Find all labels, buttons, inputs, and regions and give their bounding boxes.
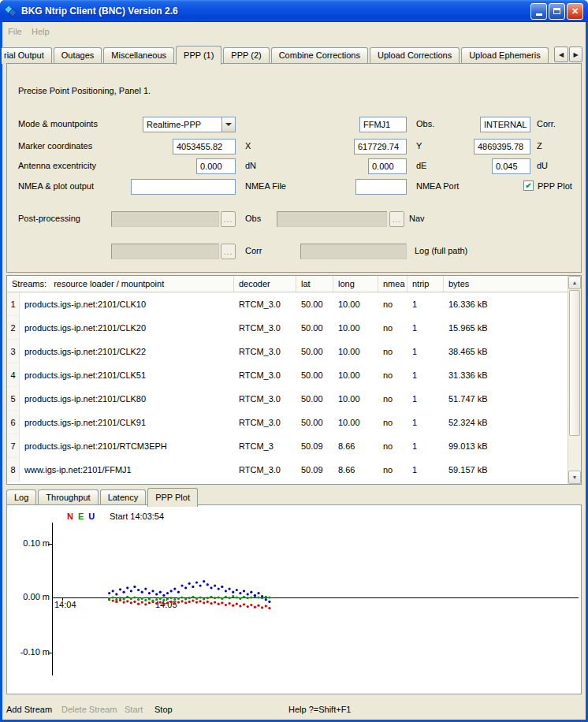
check-icon: ✔ bbox=[525, 182, 531, 190]
arrow-down-icon: ▼ bbox=[572, 475, 578, 480]
marker-y-field[interactable]: 617729.74 bbox=[354, 139, 407, 154]
table-row[interactable]: 4 products.igs-ip.net:2101/CLK51 RTCM_3.… bbox=[7, 363, 568, 387]
cell-long: 10.00 bbox=[333, 300, 378, 309]
cell-lat: 50.09 bbox=[296, 441, 333, 451]
post-nav-field bbox=[277, 211, 387, 227]
tab-scroll-left-button[interactable]: ◀ bbox=[554, 47, 568, 62]
tab-outages[interactable]: Outages bbox=[54, 47, 102, 64]
corr-mountpoint-field[interactable]: INTERNAL bbox=[480, 117, 530, 132]
cell-lat: 50.00 bbox=[296, 370, 333, 380]
cell-ntrip: 1 bbox=[408, 347, 444, 356]
menu-help[interactable]: Help bbox=[32, 27, 50, 36]
cell-bytes: 31.336 kB bbox=[444, 370, 568, 380]
header-lat[interactable]: lat bbox=[296, 276, 333, 292]
maximize-button[interactable] bbox=[549, 3, 565, 20]
minimize-icon bbox=[536, 13, 542, 16]
tab-serial-output[interactable]: rial Output bbox=[2, 47, 52, 64]
cell-long: 10.00 bbox=[333, 323, 378, 333]
menu-file[interactable]: File bbox=[8, 27, 22, 36]
cell-decoder: RTCM_3.0 bbox=[234, 394, 296, 404]
header-nmea[interactable]: nmea bbox=[378, 276, 408, 292]
close-button[interactable]: ✕ bbox=[567, 3, 583, 20]
de-field[interactable]: 0.000 bbox=[368, 158, 407, 174]
cell-ntrip: 1 bbox=[408, 370, 444, 380]
post-nav-browse-button: ... bbox=[389, 211, 404, 227]
cell-long: 10.00 bbox=[333, 418, 378, 427]
row-number: 1 bbox=[7, 292, 20, 316]
cell-lat: 50.00 bbox=[296, 347, 333, 356]
table-row[interactable]: 6 products.igs-ip.net:2101/CLK91 RTCM_3.… bbox=[7, 411, 568, 434]
header-long[interactable]: long bbox=[333, 276, 378, 292]
cell-ntrip: 1 bbox=[408, 418, 444, 427]
tab-miscellaneous[interactable]: Miscellaneous bbox=[103, 47, 174, 64]
obs-file-label: Obs bbox=[245, 214, 261, 223]
scroll-up-button[interactable]: ▲ bbox=[568, 276, 581, 289]
nmea-port-field[interactable] bbox=[355, 179, 407, 195]
cell-mountpoint: products.igs-ip.net:2101/CLK10 bbox=[20, 300, 234, 309]
scroll-down-button[interactable]: ▼ bbox=[568, 471, 581, 484]
table-row[interactable]: 3 products.igs-ip.net:2101/CLK22 RTCM_3.… bbox=[7, 340, 568, 363]
stop-button[interactable]: Stop bbox=[154, 705, 173, 714]
nmea-file-field[interactable] bbox=[131, 179, 236, 195]
row-number: 4 bbox=[7, 363, 20, 387]
arrow-up-icon: ▲ bbox=[572, 280, 578, 285]
cell-nmea: no bbox=[378, 300, 408, 309]
tab-ppp-plot[interactable]: PPP Plot bbox=[147, 488, 198, 507]
marker-x-field[interactable]: 4053455.82 bbox=[173, 139, 236, 154]
cell-bytes: 99.013 kB bbox=[444, 441, 568, 451]
header-bytes[interactable]: bytes bbox=[444, 276, 568, 292]
table-row[interactable]: 5 products.igs-ip.net:2101/CLK80 RTCM_3.… bbox=[7, 387, 568, 411]
tab-latency[interactable]: Latency bbox=[100, 489, 147, 506]
cell-long: 10.00 bbox=[333, 370, 378, 380]
dn-field[interactable]: 0.000 bbox=[196, 158, 236, 174]
log-full-path-label: Log (full path) bbox=[415, 246, 467, 255]
scrollbar-thumb[interactable] bbox=[569, 290, 580, 436]
ppp-plot-checkbox[interactable]: ✔ bbox=[523, 180, 534, 191]
ppp-plot-panel: N E U Start 14:03:54 0.10 m 0.00 m -0.10… bbox=[6, 504, 582, 694]
obs-label: Obs. bbox=[416, 119, 434, 128]
du-field[interactable]: 0.045 bbox=[492, 158, 530, 174]
cell-mountpoint: products.igs-ip.net:2101/CLK51 bbox=[20, 370, 234, 380]
header-ntrip[interactable]: ntrip bbox=[408, 276, 444, 292]
table-row[interactable]: 1 products.igs-ip.net:2101/CLK10 RTCM_3.… bbox=[7, 292, 568, 316]
header-mountpoint[interactable]: Streams: resource loader / mountpoint bbox=[7, 276, 234, 292]
x-label: X bbox=[245, 141, 251, 151]
cell-lat: 50.00 bbox=[296, 323, 333, 333]
marker-z-field[interactable]: 4869395.78 bbox=[474, 139, 530, 154]
close-icon: ✕ bbox=[571, 6, 579, 17]
cell-bytes: 51.747 kB bbox=[444, 394, 568, 404]
tab-throughput[interactable]: Throughput bbox=[38, 489, 98, 506]
bottom-tab-bar: Log Throughput Latency PPP Plot bbox=[6, 487, 199, 506]
mode-combobox[interactable]: Realtime-PPP bbox=[143, 117, 236, 132]
table-scrollbar[interactable]: ▲ ▼ bbox=[568, 276, 581, 484]
obs-mountpoint-field[interactable]: FFMJ1 bbox=[359, 117, 407, 132]
ppp-plot-canvas bbox=[7, 505, 581, 694]
row-number: 8 bbox=[7, 458, 20, 482]
row-number: 3 bbox=[7, 340, 20, 363]
tab-log[interactable]: Log bbox=[6, 489, 36, 506]
tab-combine-corrections[interactable]: Combine Corrections bbox=[271, 47, 368, 64]
cell-decoder: RTCM_3.0 bbox=[234, 300, 296, 309]
tab-ppp-2[interactable]: PPP (2) bbox=[223, 47, 269, 64]
header-decoder[interactable]: decoder bbox=[234, 276, 296, 292]
mode-label: Mode & mountpoints bbox=[18, 119, 98, 128]
cell-mountpoint: products.igs-ip.net:2101/CLK22 bbox=[20, 347, 234, 356]
cell-decoder: RTCM_3.0 bbox=[234, 370, 296, 380]
combobox-dropdown-button bbox=[221, 117, 235, 132]
ppp-plot-checkbox-label: PPP Plot bbox=[538, 181, 572, 191]
cell-nmea: no bbox=[378, 347, 408, 356]
streams-table: Streams: resource loader / mountpoint de… bbox=[6, 275, 582, 485]
cell-mountpoint: products.igs-ip.net:2101/RTCM3EPH bbox=[20, 441, 234, 451]
minimize-button[interactable] bbox=[530, 3, 547, 20]
add-stream-button[interactable]: Add Stream bbox=[6, 705, 52, 714]
tab-scroll-right-button[interactable]: ▶ bbox=[569, 47, 582, 62]
de-label: dE bbox=[416, 161, 426, 170]
tab-upload-corrections[interactable]: Upload Corrections bbox=[370, 47, 460, 64]
tab-ppp-1[interactable]: PPP (1) bbox=[176, 46, 221, 65]
table-row[interactable]: 7 products.igs-ip.net:2101/RTCM3EPH RTCM… bbox=[7, 434, 568, 458]
table-row[interactable]: 2 products.igs-ip.net:2101/CLK20 RTCM_3.… bbox=[7, 316, 568, 340]
table-row[interactable]: 8 www.igs-ip.net:2101/FFMJ1 RTCM_3.0 50.… bbox=[7, 458, 568, 482]
cell-lat: 50.00 bbox=[296, 300, 333, 309]
cell-decoder: RTCM_3.0 bbox=[234, 323, 296, 333]
tab-upload-ephemeris[interactable]: Upload Ephemeris bbox=[461, 47, 549, 64]
